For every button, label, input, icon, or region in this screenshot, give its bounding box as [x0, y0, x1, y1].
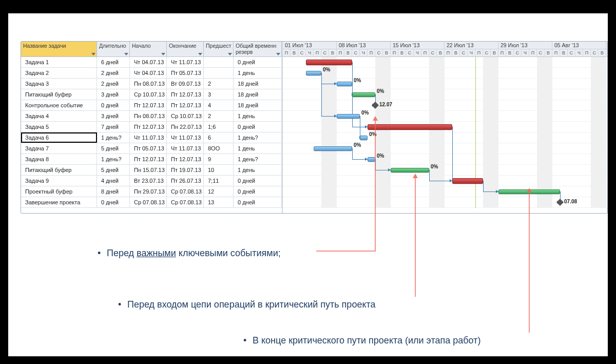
cell-name[interactable]: Задача 5 — [21, 122, 97, 132]
task-bar[interactable] — [360, 136, 368, 140]
cell-start[interactable]: Пт 12.07.13 — [130, 154, 167, 164]
cell-pred[interactable]: 12 — [204, 186, 234, 197]
cell-slack[interactable]: 18 дней — [234, 100, 282, 110]
cell-duration[interactable]: 0 дней — [97, 197, 130, 207]
task-bar[interactable] — [391, 168, 429, 173]
cell-finish[interactable]: Пт 05.07.13 — [167, 68, 204, 78]
cell-pred[interactable]: 9 — [204, 154, 234, 164]
dropdown-icon[interactable] — [161, 53, 165, 55]
cell-name[interactable]: Задача 3 — [21, 79, 97, 89]
cell-slack[interactable]: 0 дней — [234, 186, 282, 197]
cell-pred[interactable]: 13 — [204, 197, 234, 207]
cell-slack[interactable]: 1 день — [234, 68, 282, 78]
cell-pred[interactable] — [204, 68, 234, 78]
cell-duration[interactable]: 6 дней — [97, 57, 130, 67]
cell-start[interactable]: Ср 10.07.13 — [130, 89, 167, 100]
cell-duration[interactable]: 8 дней — [97, 186, 130, 197]
table-row[interactable]: Задача 57 днейПт 12.07.13Пн 22.07.131;60… — [21, 122, 282, 132]
table-row[interactable]: Задача 61 день?Чт 11.07.13Чт 11.07.1361 … — [21, 132, 282, 143]
cell-pred[interactable]: 1;6 — [204, 122, 234, 132]
cell-finish[interactable]: Чт 11.07.13 — [167, 57, 204, 67]
cell-start[interactable]: Вт 23.07.13 — [130, 176, 167, 186]
cell-name[interactable]: Контрольное событие — [21, 100, 97, 110]
column-header-start[interactable]: Начало — [130, 42, 167, 56]
cell-pred[interactable]: 2 — [204, 111, 234, 121]
cell-slack[interactable]: 1 день — [234, 111, 282, 121]
cell-start[interactable]: Чт 11.07.13 — [130, 132, 167, 143]
cell-duration[interactable]: 5 дней — [97, 143, 130, 154]
cell-slack[interactable]: 0 дней — [234, 122, 282, 132]
cell-slack[interactable]: 1 день — [234, 165, 282, 175]
cell-duration[interactable]: 7 дней — [97, 122, 130, 132]
cell-start[interactable]: Пн 08.07.13 — [130, 79, 167, 89]
column-header-duration[interactable]: Длительно — [97, 42, 130, 56]
cell-start[interactable]: Чт 04.07.13 — [130, 57, 167, 67]
cell-pred[interactable] — [204, 57, 234, 67]
cell-start[interactable]: Пн 08.07.13 — [130, 111, 167, 121]
cell-duration[interactable]: 4 дней — [97, 176, 130, 186]
dropdown-icon[interactable] — [124, 53, 128, 55]
cell-duration[interactable]: 3 дней — [97, 89, 130, 100]
dropdown-icon[interactable] — [228, 53, 232, 55]
cell-slack[interactable]: 18 дней — [234, 79, 282, 89]
cell-name[interactable]: Задача 8 — [21, 154, 97, 164]
cell-duration[interactable]: 5 дней — [97, 165, 130, 175]
task-bar[interactable] — [306, 60, 352, 65]
cell-finish[interactable]: Пт 26.07.13 — [167, 176, 204, 186]
cell-pred[interactable]: 8ОО — [204, 143, 234, 154]
cell-finish[interactable]: Пт 12.07.13 — [167, 89, 204, 100]
cell-slack[interactable]: 1 день? — [234, 154, 282, 164]
cell-finish[interactable]: Чт 11.07.13 — [167, 132, 204, 143]
cell-finish[interactable]: Вт 09.07.13 — [167, 79, 204, 89]
cell-name[interactable]: Задача 4 — [21, 111, 97, 121]
cell-finish[interactable]: Чт 11.07.13 — [167, 143, 204, 154]
cell-name[interactable]: Задача 2 — [21, 68, 97, 78]
cell-name[interactable]: Задача 7 — [21, 143, 97, 154]
column-header-name[interactable]: Название задачи — [21, 42, 97, 56]
table-row[interactable]: Задача 75 днейПт 05.07.13Чт 11.07.138ОО1… — [21, 143, 282, 154]
cell-slack[interactable]: 0 дней — [234, 197, 282, 207]
cell-duration[interactable]: 3 дней — [97, 111, 130, 121]
table-row[interactable]: Задача 16 днейЧт 04.07.13Чт 11.07.130 дн… — [21, 57, 282, 68]
cell-finish[interactable]: Ср 07.08.13 — [167, 197, 204, 207]
task-bar[interactable] — [452, 178, 483, 184]
cell-name[interactable]: Задача 9 — [21, 176, 97, 186]
table-row[interactable]: Задача 22 днейЧт 04.07.13Пт 05.07.131 де… — [21, 68, 282, 79]
table-row[interactable]: Задача 94 днейВт 23.07.13Пт 26.07.137;11… — [21, 176, 282, 186]
cell-finish[interactable]: Ср 10.07.13 — [167, 111, 204, 121]
table-row[interactable]: Контрольное событие0 днейПт 12.07.13Пт 1… — [21, 100, 282, 111]
cell-name[interactable]: Питающий буфер — [21, 165, 97, 175]
cell-start[interactable]: Пн 29.07.13 — [130, 186, 167, 197]
cell-slack[interactable]: 0 дней — [234, 57, 282, 67]
task-bar[interactable] — [352, 92, 375, 97]
cell-finish[interactable]: Пт 19.07.13 — [167, 165, 204, 175]
table-row[interactable]: Задача 43 днейПн 08.07.13Ср 10.07.1321 д… — [21, 111, 282, 122]
cell-pred[interactable]: 7;11 — [204, 176, 234, 186]
cell-start[interactable]: Пт 05.07.13 — [130, 143, 167, 154]
task-bar[interactable] — [337, 82, 352, 86]
dropdown-icon[interactable] — [91, 53, 95, 55]
cell-name[interactable]: Питающий буфер — [21, 89, 97, 100]
cell-start[interactable]: Пн 15.07.13 — [130, 165, 167, 175]
cell-start[interactable]: Чт 04.07.13 — [130, 68, 167, 78]
cell-duration[interactable]: 2 дней — [97, 68, 130, 78]
cell-pred[interactable]: 4 — [204, 100, 234, 110]
task-bar[interactable] — [306, 71, 321, 75]
cell-name[interactable]: Задача 6 — [21, 132, 97, 143]
table-row[interactable]: Питающий буфер5 днейПн 15.07.13Пт 19.07.… — [21, 165, 282, 176]
table-row[interactable]: Завершение проекта0 днейСр 07.08.13Ср 07… — [21, 197, 282, 208]
column-header-pred[interactable]: Предшест — [204, 42, 234, 56]
cell-slack[interactable]: 0 дней — [234, 176, 282, 186]
cell-finish[interactable]: Пн 22.07.13 — [167, 122, 204, 132]
cell-finish[interactable]: Пт 12.07.13 — [167, 154, 204, 164]
cell-start[interactable]: Пт 12.07.13 — [130, 122, 167, 132]
cell-name[interactable]: Проектный буфер — [21, 186, 97, 197]
cell-duration[interactable]: 1 день? — [97, 132, 130, 143]
table-row[interactable]: Проектный буфер8 днейПн 29.07.13Ср 07.08… — [21, 186, 282, 197]
cell-pred[interactable]: 3 — [204, 89, 234, 100]
task-bar[interactable] — [314, 146, 352, 151]
milestone-marker[interactable] — [556, 199, 564, 206]
task-bar[interactable] — [337, 114, 360, 119]
cell-start[interactable]: Пт 12.07.13 — [130, 100, 167, 110]
column-header-finish[interactable]: Окончание — [167, 42, 204, 56]
